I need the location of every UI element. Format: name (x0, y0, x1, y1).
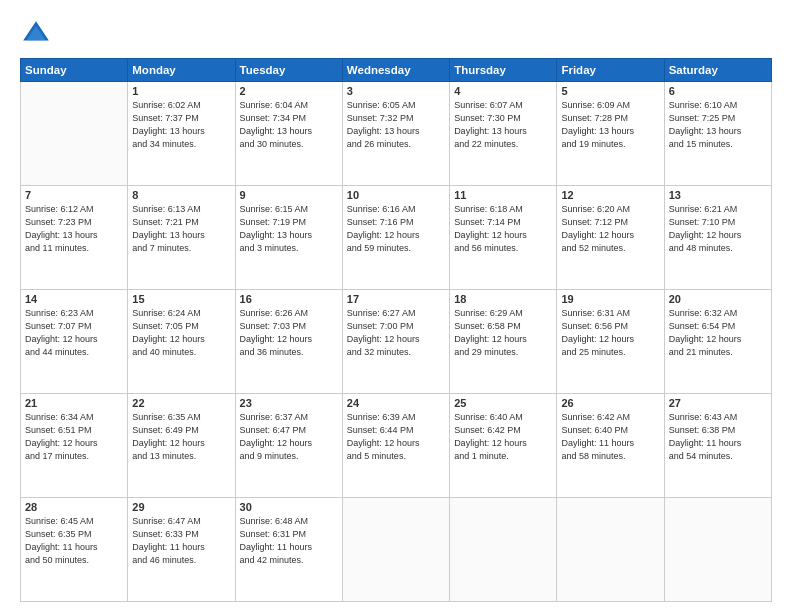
calendar-cell: 10Sunrise: 6:16 AM Sunset: 7:16 PM Dayli… (342, 186, 449, 290)
day-info: Sunrise: 6:21 AM Sunset: 7:10 PM Dayligh… (669, 203, 767, 255)
day-number: 23 (240, 397, 338, 409)
day-number: 19 (561, 293, 659, 305)
page: SundayMondayTuesdayWednesdayThursdayFrid… (0, 0, 792, 612)
calendar-table: SundayMondayTuesdayWednesdayThursdayFrid… (20, 58, 772, 602)
calendar-week-2: 7Sunrise: 6:12 AM Sunset: 7:23 PM Daylig… (21, 186, 772, 290)
day-info: Sunrise: 6:05 AM Sunset: 7:32 PM Dayligh… (347, 99, 445, 151)
calendar-cell: 15Sunrise: 6:24 AM Sunset: 7:05 PM Dayli… (128, 290, 235, 394)
calendar-cell: 11Sunrise: 6:18 AM Sunset: 7:14 PM Dayli… (450, 186, 557, 290)
day-info: Sunrise: 6:26 AM Sunset: 7:03 PM Dayligh… (240, 307, 338, 359)
calendar-cell (664, 498, 771, 602)
header-day-saturday: Saturday (664, 59, 771, 82)
day-number: 25 (454, 397, 552, 409)
day-info: Sunrise: 6:43 AM Sunset: 6:38 PM Dayligh… (669, 411, 767, 463)
day-info: Sunrise: 6:04 AM Sunset: 7:34 PM Dayligh… (240, 99, 338, 151)
day-number: 28 (25, 501, 123, 513)
day-info: Sunrise: 6:13 AM Sunset: 7:21 PM Dayligh… (132, 203, 230, 255)
day-info: Sunrise: 6:12 AM Sunset: 7:23 PM Dayligh… (25, 203, 123, 255)
day-info: Sunrise: 6:35 AM Sunset: 6:49 PM Dayligh… (132, 411, 230, 463)
calendar-cell: 26Sunrise: 6:42 AM Sunset: 6:40 PM Dayli… (557, 394, 664, 498)
calendar-cell (21, 82, 128, 186)
day-number: 30 (240, 501, 338, 513)
calendar-cell: 24Sunrise: 6:39 AM Sunset: 6:44 PM Dayli… (342, 394, 449, 498)
calendar-cell: 19Sunrise: 6:31 AM Sunset: 6:56 PM Dayli… (557, 290, 664, 394)
calendar-body: 1Sunrise: 6:02 AM Sunset: 7:37 PM Daylig… (21, 82, 772, 602)
calendar-cell: 18Sunrise: 6:29 AM Sunset: 6:58 PM Dayli… (450, 290, 557, 394)
calendar-cell: 27Sunrise: 6:43 AM Sunset: 6:38 PM Dayli… (664, 394, 771, 498)
day-info: Sunrise: 6:16 AM Sunset: 7:16 PM Dayligh… (347, 203, 445, 255)
calendar-cell (557, 498, 664, 602)
header-day-thursday: Thursday (450, 59, 557, 82)
day-number: 20 (669, 293, 767, 305)
day-number: 16 (240, 293, 338, 305)
day-number: 22 (132, 397, 230, 409)
day-info: Sunrise: 6:18 AM Sunset: 7:14 PM Dayligh… (454, 203, 552, 255)
day-info: Sunrise: 6:31 AM Sunset: 6:56 PM Dayligh… (561, 307, 659, 359)
header-row: SundayMondayTuesdayWednesdayThursdayFrid… (21, 59, 772, 82)
calendar-cell: 7Sunrise: 6:12 AM Sunset: 7:23 PM Daylig… (21, 186, 128, 290)
day-number: 6 (669, 85, 767, 97)
calendar-week-3: 14Sunrise: 6:23 AM Sunset: 7:07 PM Dayli… (21, 290, 772, 394)
day-number: 9 (240, 189, 338, 201)
day-info: Sunrise: 6:37 AM Sunset: 6:47 PM Dayligh… (240, 411, 338, 463)
calendar-cell: 17Sunrise: 6:27 AM Sunset: 7:00 PM Dayli… (342, 290, 449, 394)
day-number: 26 (561, 397, 659, 409)
calendar-cell (342, 498, 449, 602)
day-number: 29 (132, 501, 230, 513)
day-info: Sunrise: 6:23 AM Sunset: 7:07 PM Dayligh… (25, 307, 123, 359)
day-info: Sunrise: 6:27 AM Sunset: 7:00 PM Dayligh… (347, 307, 445, 359)
day-number: 27 (669, 397, 767, 409)
day-number: 18 (454, 293, 552, 305)
day-info: Sunrise: 6:07 AM Sunset: 7:30 PM Dayligh… (454, 99, 552, 151)
logo (20, 18, 56, 50)
day-number: 14 (25, 293, 123, 305)
day-info: Sunrise: 6:29 AM Sunset: 6:58 PM Dayligh… (454, 307, 552, 359)
day-info: Sunrise: 6:40 AM Sunset: 6:42 PM Dayligh… (454, 411, 552, 463)
logo-icon (20, 18, 52, 50)
day-number: 5 (561, 85, 659, 97)
calendar-cell: 9Sunrise: 6:15 AM Sunset: 7:19 PM Daylig… (235, 186, 342, 290)
calendar-cell: 5Sunrise: 6:09 AM Sunset: 7:28 PM Daylig… (557, 82, 664, 186)
calendar-cell: 16Sunrise: 6:26 AM Sunset: 7:03 PM Dayli… (235, 290, 342, 394)
header-day-tuesday: Tuesday (235, 59, 342, 82)
day-info: Sunrise: 6:45 AM Sunset: 6:35 PM Dayligh… (25, 515, 123, 567)
calendar-cell: 20Sunrise: 6:32 AM Sunset: 6:54 PM Dayli… (664, 290, 771, 394)
day-number: 1 (132, 85, 230, 97)
day-info: Sunrise: 6:09 AM Sunset: 7:28 PM Dayligh… (561, 99, 659, 151)
day-number: 21 (25, 397, 123, 409)
day-number: 12 (561, 189, 659, 201)
day-number: 7 (25, 189, 123, 201)
header (20, 18, 772, 50)
day-info: Sunrise: 6:15 AM Sunset: 7:19 PM Dayligh… (240, 203, 338, 255)
calendar-cell: 29Sunrise: 6:47 AM Sunset: 6:33 PM Dayli… (128, 498, 235, 602)
calendar-cell: 6Sunrise: 6:10 AM Sunset: 7:25 PM Daylig… (664, 82, 771, 186)
day-info: Sunrise: 6:47 AM Sunset: 6:33 PM Dayligh… (132, 515, 230, 567)
day-number: 15 (132, 293, 230, 305)
day-info: Sunrise: 6:34 AM Sunset: 6:51 PM Dayligh… (25, 411, 123, 463)
day-number: 3 (347, 85, 445, 97)
day-info: Sunrise: 6:24 AM Sunset: 7:05 PM Dayligh… (132, 307, 230, 359)
day-info: Sunrise: 6:42 AM Sunset: 6:40 PM Dayligh… (561, 411, 659, 463)
calendar-cell: 2Sunrise: 6:04 AM Sunset: 7:34 PM Daylig… (235, 82, 342, 186)
calendar-cell: 21Sunrise: 6:34 AM Sunset: 6:51 PM Dayli… (21, 394, 128, 498)
calendar-cell: 12Sunrise: 6:20 AM Sunset: 7:12 PM Dayli… (557, 186, 664, 290)
header-day-sunday: Sunday (21, 59, 128, 82)
day-number: 10 (347, 189, 445, 201)
header-day-friday: Friday (557, 59, 664, 82)
calendar-cell (450, 498, 557, 602)
calendar-cell: 28Sunrise: 6:45 AM Sunset: 6:35 PM Dayli… (21, 498, 128, 602)
day-number: 8 (132, 189, 230, 201)
calendar-cell: 30Sunrise: 6:48 AM Sunset: 6:31 PM Dayli… (235, 498, 342, 602)
calendar-cell: 4Sunrise: 6:07 AM Sunset: 7:30 PM Daylig… (450, 82, 557, 186)
header-day-monday: Monday (128, 59, 235, 82)
day-info: Sunrise: 6:39 AM Sunset: 6:44 PM Dayligh… (347, 411, 445, 463)
day-number: 24 (347, 397, 445, 409)
calendar-cell: 1Sunrise: 6:02 AM Sunset: 7:37 PM Daylig… (128, 82, 235, 186)
calendar-cell: 23Sunrise: 6:37 AM Sunset: 6:47 PM Dayli… (235, 394, 342, 498)
day-number: 11 (454, 189, 552, 201)
calendar-header: SundayMondayTuesdayWednesdayThursdayFrid… (21, 59, 772, 82)
calendar-cell: 22Sunrise: 6:35 AM Sunset: 6:49 PM Dayli… (128, 394, 235, 498)
calendar-cell: 14Sunrise: 6:23 AM Sunset: 7:07 PM Dayli… (21, 290, 128, 394)
calendar-cell: 25Sunrise: 6:40 AM Sunset: 6:42 PM Dayli… (450, 394, 557, 498)
calendar-week-5: 28Sunrise: 6:45 AM Sunset: 6:35 PM Dayli… (21, 498, 772, 602)
